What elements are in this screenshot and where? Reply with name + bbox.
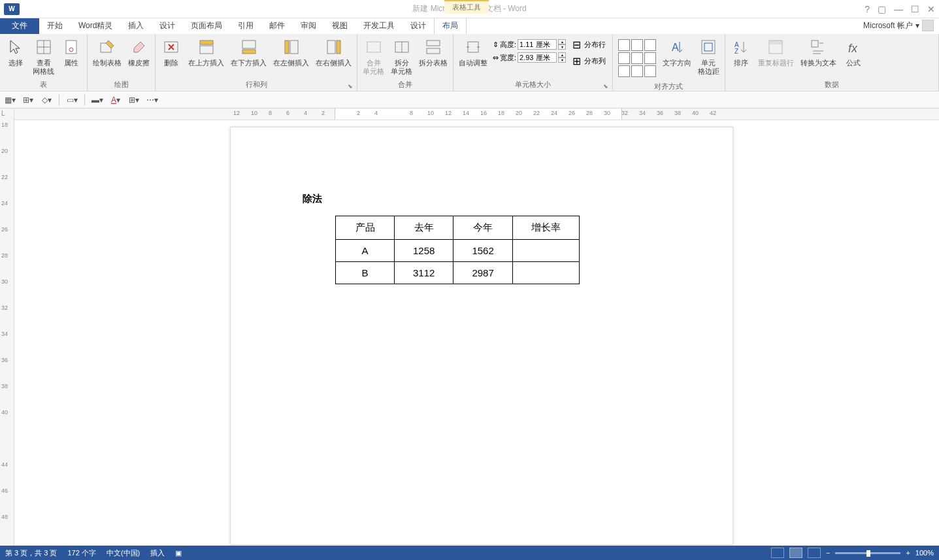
tab-view[interactable]: 视图 xyxy=(324,18,355,34)
minimize-icon[interactable]: — xyxy=(894,4,903,14)
convert-to-text-button[interactable]: 转换为文本 xyxy=(798,35,839,69)
tab-references[interactable]: 引用 xyxy=(230,18,261,34)
insert-above-button[interactable]: 在上方插入 xyxy=(186,35,227,69)
tab-developer[interactable]: 开发工具 xyxy=(355,18,403,34)
tab-insert[interactable]: 插入 xyxy=(120,18,152,34)
help-icon[interactable]: ? xyxy=(865,4,870,14)
height-input[interactable] xyxy=(518,39,557,50)
tab-table-design[interactable]: 设计 xyxy=(403,18,434,34)
height-up-icon[interactable]: ▴ xyxy=(558,39,566,44)
distribute-cols-button[interactable]: ⊞ 分布列 xyxy=(571,54,606,68)
table-cell[interactable]: 产品 xyxy=(336,216,395,240)
tab-mailings[interactable]: 邮件 xyxy=(261,18,293,34)
ribbon-display-options-icon[interactable]: ▢ xyxy=(878,4,886,14)
align-middle-center[interactable] xyxy=(631,52,643,64)
cell-margins-button[interactable]: 单元 格边距 xyxy=(695,35,722,77)
tab-file[interactable]: 文件 xyxy=(0,18,39,34)
macro-record-icon[interactable]: ▣ xyxy=(175,549,182,557)
width-input[interactable] xyxy=(518,52,557,63)
document-area[interactable]: 除法 产品 去年 今年 增长率 A 1258 1562 xyxy=(14,120,939,546)
formula-button[interactable]: fx 公式 xyxy=(840,35,866,69)
account-menu[interactable]: Microsoft 帐户 ▾ xyxy=(858,17,939,34)
word-count[interactable]: 172 个字 xyxy=(67,548,95,558)
split-cells-button[interactable]: 拆分 单元格 xyxy=(388,35,415,77)
maximize-icon[interactable]: ☐ xyxy=(911,4,919,14)
width-up-icon[interactable]: ▴ xyxy=(558,52,566,58)
group-draw: 绘制表格 橡皮擦 绘图 xyxy=(88,34,156,91)
svg-text:fx: fx xyxy=(848,42,858,55)
insert-right-button[interactable]: 在右侧插入 xyxy=(313,35,354,69)
insert-left-button[interactable]: 在左侧插入 xyxy=(271,35,312,69)
zoom-in-icon[interactable]: + xyxy=(906,549,910,557)
table-cell[interactable]: 3112 xyxy=(395,262,453,284)
tab-pagelayout[interactable]: 页面布局 xyxy=(183,18,230,34)
table-cell[interactable]: 2987 xyxy=(453,262,512,284)
close-icon[interactable]: ✕ xyxy=(927,4,935,14)
align-bottom-left[interactable] xyxy=(618,65,630,77)
qat-border-icon[interactable]: ▭▾ xyxy=(66,94,78,106)
height-down-icon[interactable]: ▾ xyxy=(558,44,566,50)
insert-below-button[interactable]: 在下方插入 xyxy=(228,35,269,69)
table-cell[interactable]: 1562 xyxy=(453,240,512,262)
tab-table-layout[interactable]: 布局 xyxy=(434,17,467,34)
dialog-launcher-icon[interactable]: ⬊ xyxy=(603,83,608,90)
table-cell[interactable] xyxy=(512,262,579,284)
align-top-left[interactable] xyxy=(618,39,630,51)
sort-button[interactable]: AZ 排序 xyxy=(728,35,754,69)
table-cell[interactable]: 今年 xyxy=(453,216,512,240)
split-table-button[interactable]: 拆分表格 xyxy=(416,35,450,69)
zoom-out-icon[interactable]: − xyxy=(826,549,830,557)
qat-table-icon[interactable]: ▦▾ xyxy=(4,94,16,106)
read-mode-icon[interactable] xyxy=(771,548,784,558)
align-bottom-right[interactable] xyxy=(644,65,656,77)
table-cell[interactable]: 去年 xyxy=(395,216,453,240)
vertical-ruler[interactable]: L 182022242628303234363840444648 xyxy=(0,108,14,546)
svg-rect-11 xyxy=(290,41,298,54)
language-status[interactable]: 中文(中国) xyxy=(107,548,140,558)
table-cell[interactable]: 增长率 xyxy=(512,216,579,240)
properties-button[interactable]: 属性 xyxy=(58,35,84,69)
tab-review[interactable]: 审阅 xyxy=(293,18,324,34)
zoom-slider[interactable] xyxy=(835,552,900,554)
qat-more-icon[interactable]: ⋯▾ xyxy=(146,94,158,106)
qat-borders-icon[interactable]: ⊞▾ xyxy=(128,94,140,106)
text-direction-button[interactable]: A 文字方向 xyxy=(660,35,694,69)
select-button[interactable]: 选择 xyxy=(3,35,29,69)
distribute-rows-button[interactable]: ⊟ 分布行 xyxy=(571,38,606,52)
align-middle-left[interactable] xyxy=(618,52,630,64)
align-bottom-center[interactable] xyxy=(631,65,643,77)
tab-design[interactable]: 设计 xyxy=(152,18,183,34)
table-cell[interactable]: A xyxy=(336,240,395,262)
qat-fill-icon[interactable]: ▬▾ xyxy=(91,94,103,106)
align-top-right[interactable] xyxy=(644,39,656,51)
table-cell[interactable] xyxy=(512,240,579,262)
table-cell[interactable]: B xyxy=(336,262,395,284)
qat-shape-icon[interactable]: ◇▾ xyxy=(41,94,52,106)
zoom-level[interactable]: 100% xyxy=(915,549,934,557)
formula-icon: fx xyxy=(843,37,864,58)
tab-home[interactable]: 开始 xyxy=(39,18,71,34)
cell-margins-icon xyxy=(698,37,719,58)
align-top-center[interactable] xyxy=(631,39,643,51)
print-layout-icon[interactable] xyxy=(789,548,802,558)
group-alignment: A 文字方向 单元 格边距 对齐方式 xyxy=(613,34,725,91)
view-gridlines-button[interactable]: 查看 网格线 xyxy=(30,35,57,77)
svg-rect-13 xyxy=(327,41,335,54)
autofit-button[interactable]: 自动调整 xyxy=(456,35,490,69)
qat-insert-table-icon[interactable]: ⊞▾ xyxy=(22,94,34,106)
width-down-icon[interactable]: ▾ xyxy=(558,58,566,63)
eraser-button[interactable]: 橡皮擦 xyxy=(125,35,152,69)
tab-wordgenie[interactable]: Word精灵 xyxy=(71,18,120,34)
svg-text:A: A xyxy=(672,42,679,53)
page-info[interactable]: 第 3 页，共 3 页 xyxy=(5,548,57,558)
horizontal-ruler[interactable]: 1210864224810121416182022242628303234363… xyxy=(14,108,939,120)
dialog-launcher-icon[interactable]: ⬊ xyxy=(348,83,353,90)
web-layout-icon[interactable] xyxy=(808,548,821,558)
insert-mode[interactable]: 插入 xyxy=(150,548,165,558)
qat-font-color-icon[interactable]: A▾ xyxy=(110,94,122,106)
draw-table-button[interactable]: 绘制表格 xyxy=(90,35,124,69)
align-middle-right[interactable] xyxy=(644,52,656,64)
table-cell[interactable]: 1258 xyxy=(395,240,453,262)
delete-button[interactable]: 删除 xyxy=(158,35,184,69)
document-table[interactable]: 产品 去年 今年 增长率 A 1258 1562 B xyxy=(335,216,580,284)
